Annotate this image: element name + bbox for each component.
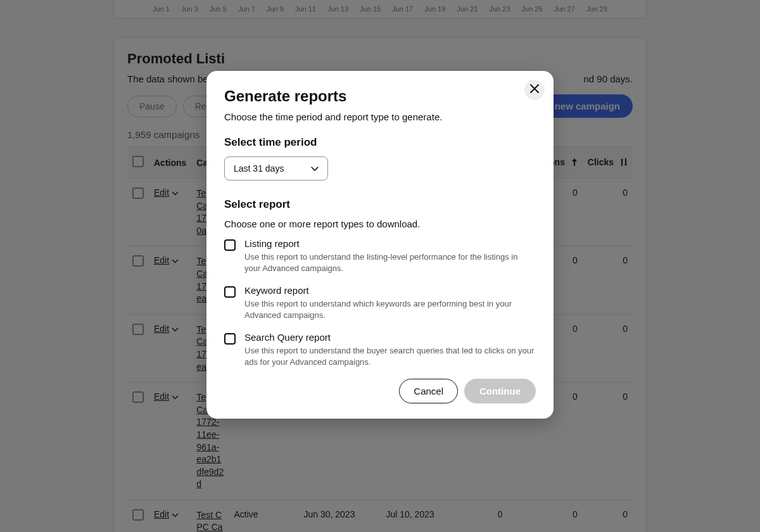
modal-subtitle: Choose the time period and report type t…: [224, 111, 536, 122]
search-query-report-help: Use this report to understand the buyer …: [244, 345, 536, 367]
keyword-report-checkbox[interactable]: [224, 286, 236, 298]
listing-report-checkbox[interactable]: [224, 239, 236, 251]
time-period-select[interactable]: Last 31 days: [224, 156, 328, 180]
close-button[interactable]: [524, 80, 545, 100]
time-period-heading: Select time period: [224, 136, 536, 149]
report-option-search-query[interactable]: Search Query report Use this report to u…: [224, 332, 536, 367]
report-option-keyword[interactable]: Keyword report Use this report to unders…: [224, 285, 536, 320]
select-report-heading: Select report: [224, 198, 536, 211]
report-option-listing[interactable]: Listing report Use this report to unders…: [224, 238, 536, 274]
chevron-down-icon: [311, 163, 319, 174]
search-query-report-label: Search Query report: [244, 332, 536, 343]
modal-actions: Cancel Continue: [224, 379, 536, 403]
listing-report-help: Use this report to understand the listin…: [244, 251, 536, 274]
modal-overlay: Generate reports Choose the time period …: [0, 0, 760, 532]
keyword-report-label: Keyword report: [244, 285, 536, 296]
continue-button[interactable]: Continue: [464, 379, 536, 403]
keyword-report-help: Use this report to understand which keyw…: [244, 298, 536, 320]
close-icon: [530, 84, 539, 96]
modal-title: Generate reports: [224, 87, 536, 105]
listing-report-label: Listing report: [244, 238, 536, 249]
cancel-button[interactable]: Cancel: [399, 379, 458, 403]
generate-reports-modal: Generate reports Choose the time period …: [206, 71, 554, 419]
select-report-subtitle: Choose one or more report types to downl…: [224, 218, 536, 229]
search-query-report-checkbox[interactable]: [224, 333, 236, 345]
time-period-value: Last 31 days: [234, 163, 284, 174]
